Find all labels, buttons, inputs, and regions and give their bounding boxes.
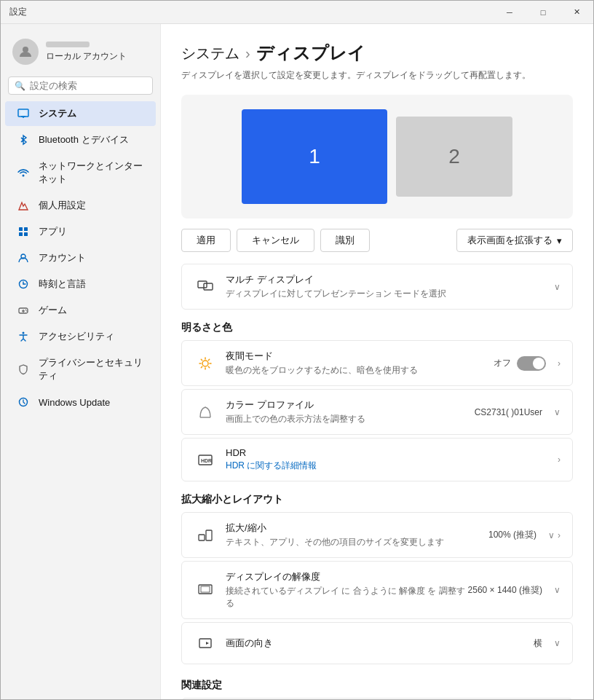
svg-text:HDR: HDR — [201, 458, 212, 463]
svg-line-30 — [201, 366, 202, 367]
sidebar-item-time[interactable]: 時刻と言語 — [5, 272, 156, 296]
resolution-value: 2560 × 1440 (推奨) ∨ — [468, 584, 561, 597]
sidebar-item-system[interactable]: システム — [5, 101, 156, 126]
accounts-icon — [17, 251, 30, 264]
close-button[interactable]: ✕ — [560, 1, 593, 24]
sidebar-item-bluetooth[interactable]: Bluetooth とデバイス — [5, 127, 156, 152]
night-mode-info: 夜間モード 暖色の光をブロックするために、暗色を使用する — [226, 350, 494, 377]
scale-row[interactable]: 拡大/縮小 テキスト、アプリ、その他の項目のサイズを変更します 100% (推奨… — [181, 512, 573, 558]
sidebar-item-network[interactable]: ネットワークとインターネット — [5, 154, 156, 192]
hdr-link[interactable]: HDR に関する詳細情報 — [226, 460, 317, 471]
sidebar-item-accessibility[interactable]: アクセシビリティ — [5, 324, 156, 349]
color-profile-value: CS2731( )01User ∨ — [475, 407, 561, 417]
expand-button[interactable]: 表示画面を拡張する ▾ — [456, 229, 573, 252]
network-icon — [17, 166, 30, 179]
sidebar-item-system-label: システム — [39, 107, 76, 120]
display-settings-row[interactable]: ディスプレイの詳細設定 ディスプレイ情報、リフレッシュレート › — [181, 698, 573, 699]
orientation-value: 横 ∨ — [534, 637, 561, 650]
color-profile-icon — [194, 401, 217, 424]
color-profile-row[interactable]: カラー プロファイル 画面上での色の表示方法を調整する CS2731( )01U… — [181, 389, 573, 435]
search-input[interactable] — [30, 80, 146, 91]
hdr-info: HDR HDR に関する詳細情報 — [226, 447, 552, 472]
user-profile: ローカル アカウント — [1, 33, 160, 76]
night-mode-value: オフ › — [494, 356, 561, 371]
color-profile-info: カラー プロファイル 画面上での色の表示方法を調整する — [226, 398, 475, 425]
night-mode-icon — [194, 352, 217, 375]
sidebar-item-privacy[interactable]: プライバシーとセキュリティ — [5, 350, 156, 388]
time-icon — [17, 278, 30, 291]
svg-rect-39 — [199, 639, 211, 648]
cancel-button[interactable]: キャンセル — [237, 229, 314, 252]
sidebar-item-update-label: Windows Update — [39, 397, 110, 408]
sidebar-item-personalization[interactable]: 個人用設定 — [5, 193, 156, 218]
scale-value: 100% (推奨) ∨ — [488, 529, 555, 541]
sidebar-item-accounts[interactable]: アカウント — [5, 245, 156, 270]
resolution-row[interactable]: ディスプレイの解像度 接続されているディスプレイ に 合うように 解像度 を 調… — [181, 561, 573, 619]
night-mode-desc: 暖色の光をブロックするために、暗色を使用する — [226, 364, 494, 377]
user-name: ローカル アカウント — [46, 51, 127, 61]
multi-display-row[interactable]: マルチ ディスプレイ ディスプレイに対してプレゼンテーション モードを選択 ∨ — [181, 264, 573, 310]
orientation-title: 画面の向き — [226, 637, 534, 650]
display-buttons: 適用 キャンセル 識別 表示画面を拡張する ▾ — [181, 229, 573, 252]
svg-rect-21 — [198, 281, 207, 288]
sidebar-item-update[interactable]: Windows Update — [5, 390, 156, 414]
svg-point-17 — [25, 310, 27, 311]
chevron-down-icon: ∨ — [554, 282, 561, 292]
scale-section-header: 拡大縮小とレイアウト — [181, 493, 573, 506]
page-title: ディスプレイ — [256, 42, 365, 65]
monitor-2[interactable]: 2 — [396, 117, 512, 197]
monitor-1[interactable]: 1 — [242, 109, 387, 204]
minimize-button[interactable]: ─ — [493, 1, 526, 24]
sidebar-item-personalization-label: 個人用設定 — [39, 199, 86, 212]
main-content: システム › ディスプレイ ディスプレイを選択して設定を変更します。ディスプレイ… — [161, 24, 593, 699]
system-icon — [17, 107, 30, 120]
bluetooth-icon — [17, 133, 30, 146]
sidebar-item-bluetooth-label: Bluetooth とデバイス — [39, 133, 129, 146]
hdr-title: HDR — [226, 447, 552, 458]
search-box[interactable]: 🔍 — [8, 76, 153, 95]
svg-rect-9 — [24, 232, 28, 236]
personalization-icon — [17, 199, 30, 212]
breadcrumb: システム › ディスプレイ — [181, 42, 573, 65]
svg-point-23 — [202, 361, 208, 366]
search-icon: 🔍 — [15, 81, 25, 91]
svg-rect-6 — [19, 227, 23, 231]
svg-line-28 — [201, 359, 202, 360]
chevron-down-icon: ∨ — [554, 638, 561, 648]
apps-icon — [17, 225, 30, 238]
svg-rect-2 — [20, 111, 26, 116]
svg-rect-35 — [199, 535, 205, 540]
brightness-section-header: 明るさと色 — [181, 321, 573, 334]
svg-point-5 — [23, 175, 25, 177]
svg-point-18 — [26, 310, 28, 312]
accessibility-icon — [17, 330, 30, 343]
scale-info: 拡大/縮小 テキスト、アプリ、その他の項目のサイズを変更します — [226, 522, 488, 548]
sidebar-item-apps[interactable]: アプリ — [5, 219, 156, 244]
chevron-down-icon: ∨ — [554, 407, 561, 417]
breadcrumb-parent: システム — [181, 44, 239, 63]
multi-display-desc: ディスプレイに対してプレゼンテーション モードを選択 — [226, 288, 548, 300]
titlebar-controls: ─ □ ✕ — [493, 1, 593, 24]
resolution-icon — [194, 578, 217, 602]
maximize-button[interactable]: □ — [526, 1, 560, 24]
svg-rect-38 — [201, 586, 210, 592]
chevron-right-icon: › — [558, 358, 561, 369]
chevron-down-icon: ▾ — [557, 235, 562, 246]
identify-button[interactable]: 識別 — [320, 229, 370, 252]
privacy-icon — [17, 363, 30, 376]
svg-rect-8 — [19, 232, 23, 236]
apply-button[interactable]: 適用 — [181, 229, 231, 252]
gaming-icon — [17, 304, 30, 317]
night-mode-row[interactable]: 夜間モード 暖色の光をブロックするために、暗色を使用する オフ › — [181, 340, 573, 386]
titlebar: 設定 ─ □ ✕ — [1, 1, 593, 24]
orientation-row[interactable]: 画面の向き 横 ∨ — [181, 622, 573, 664]
chevron-down-icon: ∨ — [548, 530, 555, 540]
orientation-info: 画面の向き — [226, 637, 534, 650]
night-mode-toggle[interactable] — [517, 356, 546, 371]
sidebar-item-time-label: 時刻と言語 — [39, 278, 86, 291]
sidebar-item-accounts-label: アカウント — [39, 251, 86, 264]
scale-desc: テキスト、アプリ、その他の項目のサイズを変更します — [226, 536, 488, 548]
sidebar-item-gaming[interactable]: ゲーム — [5, 298, 156, 323]
related-section-header: 関連設定 — [181, 679, 573, 692]
hdr-row[interactable]: HDR HDR HDR に関する詳細情報 › — [181, 438, 573, 481]
